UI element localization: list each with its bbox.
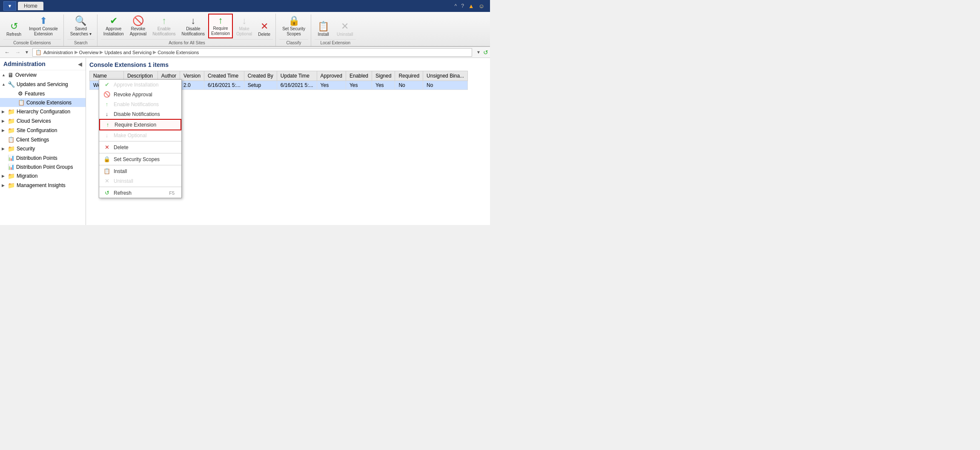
site-config-item-icon: 📁 <box>8 127 15 134</box>
ctx-security-item[interactable]: 🔒 Set Security Scopes <box>99 154 181 164</box>
dist-points-label: Distribution Points <box>16 155 57 161</box>
col-required[interactable]: Required <box>395 71 423 81</box>
ctx-uninstall-icon: ✕ <box>103 178 110 184</box>
sidebar-item-console-ext[interactable]: 📋 Console Extensions <box>0 98 86 107</box>
ctx-refresh-item[interactable]: ↺ Refresh F5 <box>99 188 181 198</box>
site-config-expand-icon: ▶ <box>2 128 8 133</box>
app-logo-btn[interactable]: ▼ <box>3 1 16 11</box>
security-scopes-label: Set SecurityScopes <box>282 26 305 37</box>
sidebar-item-overview[interactable]: ▲ 🖥 Overview <box>0 70 86 80</box>
uninstall-button[interactable]: ✕ Uninstall <box>334 20 356 38</box>
nav-icon: 📋 <box>35 49 42 55</box>
approve-icon: ✔ <box>110 16 117 26</box>
approve-label: ApproveInstallation <box>103 26 124 37</box>
saved-searches-button[interactable]: 🔍 SavedSearches ▾ <box>67 14 95 38</box>
breadcrumb-dropdown[interactable]: ▼ <box>474 49 483 55</box>
nav-refresh[interactable]: ↺ <box>483 49 488 56</box>
approve-installation-button[interactable]: ✔ ApproveInstallation <box>101 14 126 38</box>
updates-label: Updates and Servicing <box>17 81 68 87</box>
refresh-button[interactable]: ↺ Refresh <box>3 20 24 38</box>
saved-searches-label: SavedSearches ▾ <box>70 26 92 37</box>
col-unsigned-binary[interactable]: Unsigned Bina... <box>423 71 468 81</box>
dist-groups-label: Distribution Point Groups <box>16 164 73 170</box>
set-security-scopes-button[interactable]: 🔒 Set SecurityScopes <box>279 14 308 38</box>
ribbon-group-label-search: Search <box>67 39 95 46</box>
ctx-make-optional-label: Make Optional <box>114 133 146 138</box>
sidebar-collapse-icon[interactable]: ◀ <box>78 61 82 67</box>
cell-update-time: 6/16/2021 5:... <box>277 81 317 90</box>
ctx-make-optional-item[interactable]: ↓ Make Optional <box>99 130 181 140</box>
nav-dropdown-button[interactable]: ▼ <box>23 49 31 55</box>
dist-points-item-icon: 📊 <box>8 155 14 161</box>
ribbon-group-label-actions: Actions for All Sites <box>101 39 273 46</box>
ctx-uninstall-item[interactable]: ✕ Uninstall <box>99 176 181 186</box>
import-console-button[interactable]: ⬆ Import ConsoleExtension <box>26 14 61 38</box>
ctx-revoke-item[interactable]: 🚫 Revoke Approval <box>99 89 181 99</box>
sidebar-item-hierarchy[interactable]: ▶ 📁 Hierarchy Configuration <box>0 107 86 116</box>
require-extension-button[interactable]: ↑ RequireExtension <box>208 14 233 38</box>
ctx-install-label: Install <box>114 168 127 174</box>
col-approved[interactable]: Approved <box>317 71 346 81</box>
ctx-refresh-icon: ↺ <box>103 190 110 196</box>
back-button[interactable]: ← <box>2 48 12 56</box>
make-optional-icon: ↓ <box>242 16 246 26</box>
breadcrumb-item3[interactable]: Updates and Servicing <box>104 50 152 55</box>
sidebar-item-security[interactable]: ▶ 📁 Security <box>0 144 86 153</box>
col-signed[interactable]: Signed <box>372 71 395 81</box>
sidebar-item-client-settings[interactable]: 📋 Client Settings <box>0 135 86 144</box>
install-icon: 📋 <box>318 22 329 31</box>
notify-icon[interactable]: ▲ <box>466 3 476 9</box>
install-button[interactable]: 📋 Install <box>315 20 332 38</box>
col-version[interactable]: Version <box>180 71 204 81</box>
sidebar-item-migration[interactable]: ▶ 📁 Migration <box>0 171 86 181</box>
sidebar-title: Administration <box>3 61 46 67</box>
cell-created-by: Setup <box>244 81 277 90</box>
breadcrumb-sep: ▶ <box>75 49 78 55</box>
make-optional-button[interactable]: ↓ MakeOptional <box>234 14 255 38</box>
ctx-enable-notif-label: Enable Notifications <box>114 101 159 107</box>
revoke-icon: 🚫 <box>132 16 144 26</box>
col-created-by[interactable]: Created By <box>244 71 277 81</box>
saved-searches-icon: 🔍 <box>75 16 86 26</box>
ctx-separator-1 <box>99 141 181 141</box>
home-tab[interactable]: Home <box>18 2 43 10</box>
sidebar-item-updates[interactable]: ▲ 🔧 Updates and Servicing <box>0 80 86 89</box>
security-scopes-icon: 🔒 <box>288 16 300 26</box>
ctx-approve-item[interactable]: ✔ Approve Installation <box>99 80 181 89</box>
ctx-disable-notif-item[interactable]: ↓ Disable Notifications <box>99 109 181 119</box>
ctx-require-label: Require Extension <box>115 122 156 128</box>
sidebar-header: Administration ◀ <box>0 58 86 70</box>
delete-button[interactable]: ✕ Delete <box>255 20 273 38</box>
sidebar-item-dist-point-groups[interactable]: 📊 Distribution Point Groups <box>0 162 86 171</box>
breadcrumb-item4[interactable]: Console Extensions <box>158 50 199 55</box>
col-created-time[interactable]: Created Time <box>204 71 244 81</box>
help-icon[interactable]: ? <box>459 3 466 9</box>
sidebar-item-site-config[interactable]: ▶ 📁 Site Configuration <box>0 126 86 135</box>
breadcrumb-item[interactable]: Administration <box>43 50 73 55</box>
ctx-require-item[interactable]: ↑ Require Extension <box>99 119 181 130</box>
ctx-enable-notif-item[interactable]: ↑ Enable Notifications <box>99 99 181 109</box>
enable-notifications-button[interactable]: ↑ EnableNotifications <box>150 14 178 38</box>
hierarchy-expand-icon: ▶ <box>2 110 8 114</box>
ctx-install-item[interactable]: 📋 Install <box>99 166 181 176</box>
content-area: Console Extensions 1 items Name Descript… <box>86 58 490 225</box>
sidebar-item-management-insights[interactable]: ▶ 📁 Management Insights <box>0 181 86 190</box>
col-update-time[interactable]: Update Time <box>277 71 317 81</box>
sidebar-item-cloud[interactable]: ▶ 📁 Cloud Services <box>0 116 86 126</box>
disable-notifications-button[interactable]: ↓ DisableNotifications <box>179 14 207 38</box>
refresh-label: Refresh <box>6 32 21 37</box>
migration-expand-icon: ▶ <box>2 174 8 178</box>
uninstall-icon: ✕ <box>341 22 349 31</box>
revoke-approval-button[interactable]: 🚫 RevokeApproval <box>127 14 149 38</box>
minimize-icon[interactable]: ^ <box>453 3 459 9</box>
require-ext-icon: ↑ <box>218 16 223 25</box>
breadcrumb-item2[interactable]: Overview <box>79 50 99 55</box>
col-enabled[interactable]: Enabled <box>346 71 372 81</box>
forward-button[interactable]: → <box>12 48 23 56</box>
security-label: Security <box>17 146 35 152</box>
client-settings-label: Client Settings <box>16 137 49 143</box>
sidebar-item-dist-points[interactable]: 📊 Distribution Points <box>0 153 86 162</box>
ctx-delete-item[interactable]: ✕ Delete <box>99 142 181 152</box>
sidebar-item-features[interactable]: ⚙ Features <box>0 89 86 98</box>
user-icon[interactable]: ☺ <box>476 3 487 9</box>
